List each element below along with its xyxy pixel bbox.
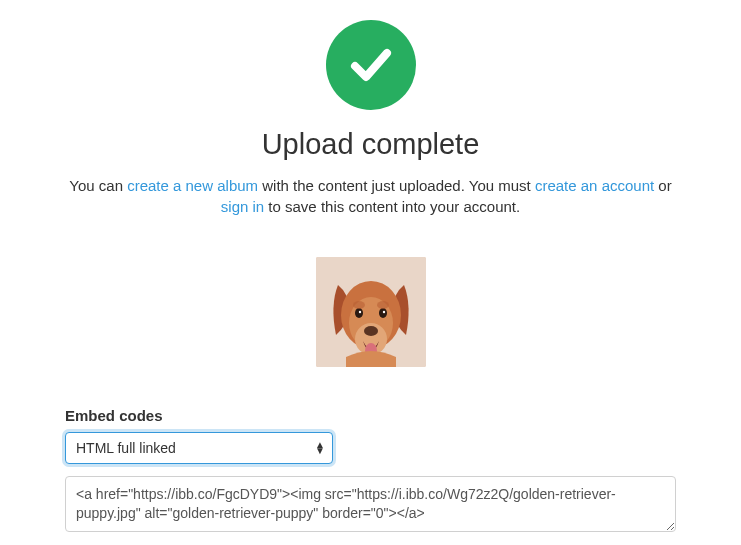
embed-format-select[interactable]: HTML full linked: [65, 432, 333, 464]
uploaded-image-thumbnail[interactable]: [316, 257, 426, 367]
svg-point-9: [382, 311, 384, 313]
embed-codes-label: Embed codes: [65, 407, 676, 424]
subtitle-prefix: You can: [69, 177, 127, 194]
subtitle-suffix: to save this content into your account.: [264, 198, 520, 215]
subtitle-mid2: or: [654, 177, 672, 194]
sign-in-link[interactable]: sign in: [221, 198, 264, 215]
svg-point-11: [377, 301, 389, 309]
success-check-icon: [326, 20, 416, 110]
svg-point-10: [353, 301, 365, 309]
page-title: Upload complete: [65, 128, 676, 161]
create-account-link[interactable]: create an account: [535, 177, 654, 194]
embed-code-textarea[interactable]: [65, 476, 676, 532]
svg-point-8: [358, 311, 360, 313]
svg-point-4: [364, 326, 378, 336]
subtitle-mid1: with the content just uploaded. You must: [258, 177, 535, 194]
create-album-link[interactable]: create a new album: [127, 177, 258, 194]
svg-point-6: [355, 308, 363, 318]
subtitle-text: You can create a new album with the cont…: [65, 175, 676, 217]
svg-point-7: [379, 308, 387, 318]
